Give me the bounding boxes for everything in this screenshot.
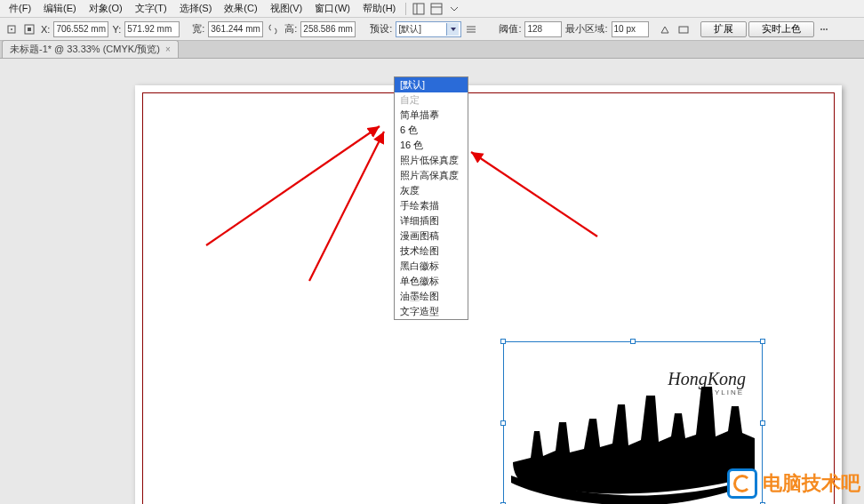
minarea-label: 最小区域: — [565, 22, 607, 36]
close-tab-icon[interactable]: × — [165, 44, 171, 54]
svg-rect-7 — [28, 28, 31, 31]
preset-option[interactable]: 文字造型 — [395, 304, 468, 319]
threshold-label: 阈值: — [499, 22, 521, 36]
x-label: X: — [41, 24, 50, 35]
skyline-silhouette — [504, 342, 764, 504]
preset-option: 自定 — [395, 92, 468, 108]
preset-option[interactable]: 16 色 — [395, 138, 468, 153]
preset-option[interactable]: 油墨绘图 — [395, 289, 468, 304]
minarea-input[interactable] — [612, 21, 649, 37]
layout-icon-2[interactable] — [428, 1, 444, 17]
height-input[interactable] — [300, 21, 356, 37]
menu-object[interactable]: 对象(O) — [84, 0, 128, 17]
workspace: HongKong SKYLINE [默认]自定简单描摹6 色16 色照片低保真度… — [0, 59, 864, 504]
preset-option[interactable]: 单色徽标 — [395, 274, 468, 289]
watermark-text: 电脑技术吧 — [763, 470, 860, 497]
width-input[interactable] — [208, 21, 263, 37]
preset-option[interactable]: 简单描摹 — [395, 108, 468, 123]
document-tab[interactable]: 未标题-1* @ 33.33% (CMYK/预览) × — [2, 40, 179, 58]
x-input[interactable] — [53, 21, 108, 37]
menu-edit[interactable]: 编辑(E) — [38, 0, 82, 17]
watermark-logo-icon — [727, 468, 757, 499]
artboard[interactable]: HongKong SKYLINE — [135, 85, 842, 504]
toolbar-options-icon[interactable] — [816, 21, 832, 37]
website-watermark: 电脑技术吧 — [727, 468, 860, 499]
svg-point-12 — [820, 28, 822, 30]
document-tab-title: 未标题-1* @ 33.33% (CMYK/预览) — [10, 43, 160, 56]
preset-option[interactable]: 详细插图 — [395, 213, 468, 228]
menu-effect[interactable]: 效果(C) — [219, 0, 262, 17]
height-label: 高: — [284, 22, 297, 36]
anchor-icon[interactable] — [4, 21, 20, 37]
svg-point-5 — [11, 28, 12, 30]
preview-icon[interactable] — [676, 21, 692, 37]
svg-point-13 — [823, 28, 825, 30]
menu-bar: 件(F) 编辑(E) 对象(O) 文字(T) 选择(S) 效果(C) 视图(V)… — [0, 0, 864, 18]
reference-point-icon[interactable] — [21, 21, 37, 37]
menu-separator — [405, 3, 406, 15]
menu-window[interactable]: 窗口(W) — [309, 0, 356, 17]
preset-option[interactable]: 漫画图稿 — [395, 228, 468, 244]
y-label: Y: — [112, 24, 121, 35]
preset-option[interactable]: 灰度 — [395, 183, 468, 198]
preset-option[interactable]: 技术绘图 — [395, 244, 468, 259]
preset-option[interactable]: 手绘素描 — [395, 198, 468, 213]
preset-menu-icon[interactable] — [463, 21, 479, 37]
dropdown-arrow-icon — [446, 23, 459, 36]
menu-view[interactable]: 视图(V) — [265, 0, 308, 17]
chevron-down-icon[interactable] — [446, 1, 462, 17]
expand-button[interactable]: 扩展 — [700, 21, 747, 37]
preset-value: [默认] — [398, 23, 421, 36]
svg-point-14 — [826, 28, 828, 30]
preset-label: 预设: — [370, 22, 392, 36]
placed-image[interactable]: HongKong SKYLINE — [504, 342, 762, 504]
options-toolbar: X: Y: 宽: 高: 预设: [默认] 阈值: 最小区域: 扩展 实时上色 — [0, 18, 864, 41]
svg-rect-2 — [431, 4, 442, 14]
preset-option[interactable]: 黑白徽标 — [395, 259, 468, 274]
menu-help[interactable]: 帮助(H) — [357, 0, 401, 17]
width-label: 宽: — [192, 22, 204, 36]
livepaint-button[interactable]: 实时上色 — [748, 21, 814, 37]
preset-option[interactable]: [默认] — [395, 77, 468, 92]
link-icon[interactable] — [265, 21, 281, 37]
y-input[interactable] — [124, 21, 180, 37]
menu-file[interactable]: 件(F) — [4, 0, 36, 17]
layout-icon-1[interactable] — [411, 1, 427, 17]
svg-rect-11 — [679, 27, 688, 33]
trace-icon[interactable] — [658, 21, 674, 37]
selection-bounding-box[interactable]: HongKong SKYLINE — [503, 341, 763, 504]
preset-dropdown-list[interactable]: [默认]自定简单描摹6 色16 色照片低保真度照片高保真度灰度手绘素描详细插图漫… — [394, 76, 468, 320]
threshold-input[interactable] — [524, 21, 562, 37]
document-tab-bar: 未标题-1* @ 33.33% (CMYK/预览) × — [0, 41, 864, 59]
preset-option[interactable]: 照片高保真度 — [395, 168, 468, 183]
svg-rect-0 — [413, 4, 424, 14]
menu-text[interactable]: 文字(T) — [130, 0, 172, 17]
preset-option[interactable]: 照片低保真度 — [395, 153, 468, 168]
menu-select[interactable]: 选择(S) — [174, 0, 218, 17]
preset-select[interactable]: [默认] — [396, 21, 461, 37]
preset-option[interactable]: 6 色 — [395, 123, 468, 138]
